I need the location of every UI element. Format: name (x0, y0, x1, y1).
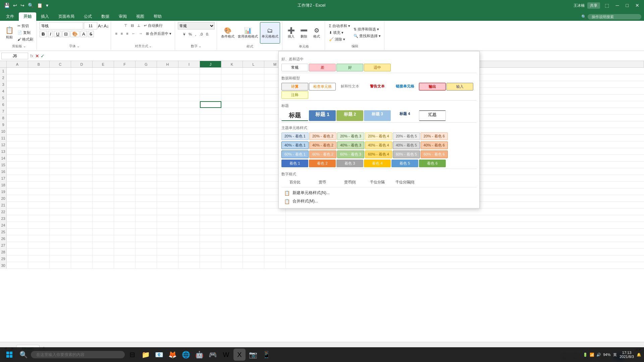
cell-H4[interactable] (157, 88, 178, 95)
tab-insert[interactable]: 插入 (36, 12, 54, 21)
row-header-5[interactable]: 5 (0, 95, 7, 101)
cell-L29[interactable] (243, 255, 264, 262)
cell-E27[interactable] (93, 242, 114, 249)
tab-review[interactable]: 审阅 (114, 12, 131, 21)
cell-K4[interactable] (221, 88, 243, 95)
cell-K3[interactable] (221, 81, 243, 88)
cell-H8[interactable] (157, 115, 178, 121)
cell-M25[interactable] (264, 229, 286, 235)
cell-H3[interactable] (157, 81, 178, 88)
cell-E25[interactable] (93, 229, 114, 235)
cell-B7[interactable] (28, 108, 50, 115)
cell-G6[interactable] (136, 101, 157, 108)
cell-J8[interactable] (200, 115, 221, 121)
row-header-28[interactable]: 28 (0, 249, 7, 255)
cell-E24[interactable] (93, 222, 114, 229)
cell-G24[interactable] (136, 222, 157, 229)
cell-A12[interactable] (7, 141, 28, 148)
cell-G29[interactable] (136, 255, 157, 262)
row-header-7[interactable]: 7 (0, 108, 7, 115)
percent-btn[interactable]: % (187, 31, 193, 38)
cell-I17[interactable] (178, 175, 200, 182)
table-format-btn[interactable]: 📊 套用表格格式 (236, 22, 259, 44)
cell-D8[interactable] (71, 115, 93, 121)
cell-H9[interactable] (157, 121, 178, 128)
taskbar-task-view-btn[interactable]: ⊟ (126, 349, 138, 361)
cell-I30[interactable] (178, 262, 200, 269)
cell-B21[interactable] (28, 202, 50, 208)
cell-J7[interactable] (200, 108, 221, 115)
cell-E30[interactable] (93, 262, 114, 269)
cell-H2[interactable] (157, 74, 178, 81)
cell-F24[interactable] (114, 222, 136, 229)
cell-J21[interactable] (200, 202, 221, 208)
cell-D4[interactable] (71, 88, 93, 95)
cell-J22[interactable] (200, 208, 221, 215)
decrease-font-btn[interactable]: A↓ (104, 23, 109, 28)
taskbar-camera-btn[interactable]: 📷 (247, 349, 259, 361)
cell-J29[interactable] (200, 255, 221, 262)
cell-J2[interactable] (200, 74, 221, 81)
row-header-20[interactable]: 20 (0, 195, 7, 202)
cell-J9[interactable] (200, 121, 221, 128)
cell-L25[interactable] (243, 229, 264, 235)
cell-I13[interactable] (178, 148, 200, 155)
cell-D11[interactable] (71, 135, 93, 141)
cell-I26[interactable] (178, 235, 200, 242)
cell-G25[interactable] (136, 229, 157, 235)
cell-B10[interactable] (28, 128, 50, 135)
cell-H25[interactable] (157, 229, 178, 235)
cell-K21[interactable] (221, 202, 243, 208)
row-header-21[interactable]: 21 (0, 202, 7, 208)
cell-F27[interactable] (114, 242, 136, 249)
taskbar-firefox-btn[interactable]: 🦊 (166, 349, 178, 361)
style-good[interactable]: 好 (336, 64, 363, 71)
cell-D3[interactable] (71, 81, 93, 88)
cell-D9[interactable] (71, 121, 93, 128)
cell-H17[interactable] (157, 175, 178, 182)
cell-H18[interactable] (157, 182, 178, 188)
cell-A8[interactable] (7, 115, 28, 121)
cell-E5[interactable] (93, 95, 114, 101)
cell-styles-btn[interactable]: 🗂 单元格格式 (260, 22, 280, 44)
cell-C17[interactable] (50, 175, 71, 182)
cell-C9[interactable] (50, 121, 71, 128)
cell-I23[interactable] (178, 215, 200, 222)
cell-B14[interactable] (28, 155, 50, 162)
cell-L9[interactable] (243, 121, 264, 128)
cell-D17[interactable] (71, 175, 93, 182)
cell-K24[interactable] (221, 222, 243, 229)
cell-G2[interactable] (136, 74, 157, 81)
taskbar-mail-btn[interactable]: 📧 (153, 349, 165, 361)
col-header-A[interactable]: A (7, 61, 28, 67)
insert-cells-btn[interactable]: ➕ 插入 (285, 22, 297, 44)
taskbar-word-btn[interactable]: W (220, 349, 232, 361)
cell-L2[interactable] (243, 74, 264, 81)
align-right-btn[interactable]: ≡ (125, 30, 129, 37)
cell-D24[interactable] (71, 222, 93, 229)
cell-F6[interactable] (114, 101, 136, 108)
style-40-6[interactable]: 40% - 着色 6 (421, 141, 448, 149)
new-style-item[interactable]: 📋 新建单元格样式(N)... (281, 189, 477, 197)
style-40-1[interactable]: 40% - 着色 1 (281, 141, 309, 149)
cell-B16[interactable] (28, 168, 50, 175)
cell-L14[interactable] (243, 155, 264, 162)
cell-B22[interactable] (28, 208, 50, 215)
cell-A23[interactable] (7, 215, 28, 222)
style-neutral[interactable]: 适中 (364, 64, 391, 71)
merge-center-btn[interactable]: ⊞ 合并后居中 ▾ (145, 30, 173, 37)
cell-D6[interactable] (71, 101, 93, 108)
cell-B25[interactable] (28, 229, 50, 235)
cell-K2[interactable] (221, 74, 243, 81)
cell-L15[interactable] (243, 162, 264, 168)
cell-H12[interactable] (157, 141, 178, 148)
cell-E15[interactable] (93, 162, 114, 168)
cell-D23[interactable] (71, 215, 93, 222)
cell-B26[interactable] (28, 235, 50, 242)
cell-A13[interactable] (7, 148, 28, 155)
cell-A4[interactable] (7, 88, 28, 95)
cell-E20[interactable] (93, 195, 114, 202)
style-input[interactable]: 输入 (446, 83, 473, 90)
style-output[interactable]: 输出 (419, 83, 446, 90)
taskbar-explorer-btn[interactable]: 📁 (140, 349, 152, 361)
